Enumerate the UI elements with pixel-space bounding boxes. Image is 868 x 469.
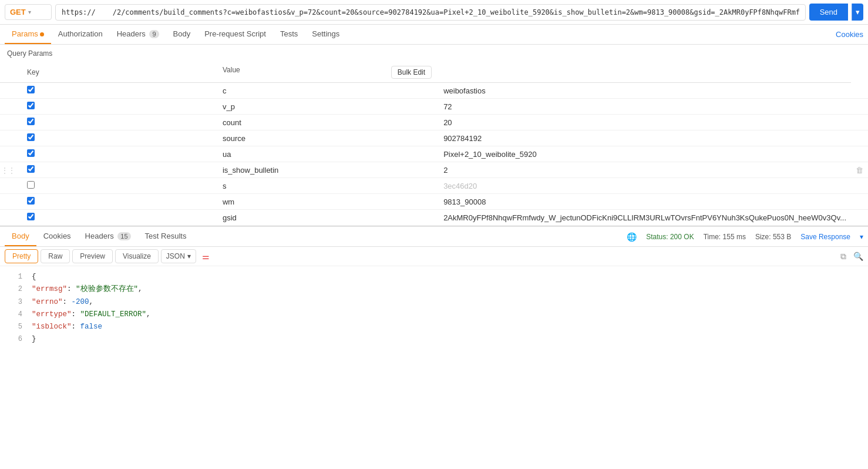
line-content: { (32, 271, 36, 283)
table-row: ⋮⋮is_show_bulletin2🗑 (0, 162, 868, 178)
param-key: ua (218, 146, 439, 162)
col-value-header: Value Bulk Edit (218, 62, 439, 83)
param-key: v_p (218, 99, 439, 115)
code-line: 5 "isblock": false (0, 321, 868, 333)
response-size: Size: 553 B (755, 233, 791, 241)
send-button[interactable]: Send (809, 4, 848, 21)
tab-tests[interactable]: Tests (273, 25, 305, 44)
line-number: 2 (5, 283, 22, 296)
format-bar: Pretty Raw Preview Visualize JSON ▾ ⚌ ⧉ … (0, 247, 868, 266)
table-row: cweibofastios (0, 83, 868, 99)
delete-row-icon[interactable]: 🗑 (856, 166, 863, 175)
resp-tab-body[interactable]: Body (5, 227, 36, 246)
copy-icon[interactable]: ⧉ (840, 252, 846, 262)
param-value: 20 (439, 115, 851, 130)
format-visualize[interactable]: Visualize (115, 249, 159, 263)
line-number: 6 (5, 333, 22, 346)
param-checkbox[interactable] (27, 197, 35, 205)
param-checkbox[interactable] (27, 102, 35, 109)
param-key: is_show_bulletin (218, 162, 439, 178)
tab-body[interactable]: Body (166, 25, 198, 44)
line-number: 1 (5, 271, 22, 283)
param-checkbox[interactable] (27, 213, 35, 220)
format-preview[interactable]: Preview (72, 249, 113, 263)
table-row: uaPixel+2_10_weibolite_5920 (0, 146, 868, 162)
line-number: 4 (5, 309, 22, 321)
table-row: gsid2AkMR0yFPf8NhqwFRmfwdy_W_jectunODFic… (0, 210, 868, 226)
globe-icon: 🌐 (627, 232, 637, 242)
resp-tab-cookies[interactable]: Cookies (36, 227, 78, 246)
param-checkbox[interactable] (27, 133, 35, 141)
status-info: 🌐 Status: 200 OK Time: 155 ms Size: 553 … (627, 232, 863, 242)
table-row: wm9813_90008 (0, 194, 868, 210)
save-response-button[interactable]: Save Response (800, 233, 850, 241)
drag-handle-icon[interactable]: ⋮⋮ (1, 166, 18, 175)
tab-params[interactable]: Params (5, 25, 51, 44)
tab-headers[interactable]: Headers 9 (110, 25, 166, 44)
method-chevron-icon: ▾ (28, 9, 31, 15)
param-key: gsid (218, 210, 439, 226)
save-dropdown-icon[interactable]: ▾ (860, 233, 863, 241)
table-row: s3ec46d20 (0, 178, 868, 194)
response-section: Body Cookies Headers 15 Test Results 🌐 S… (0, 226, 868, 351)
top-bar: GET ▾ Send ▾ (0, 0, 868, 25)
code-line: 3 "errno": -200, (0, 296, 868, 309)
table-row: source902784192 (0, 130, 868, 146)
filter-icon[interactable]: ⚌ (202, 252, 210, 261)
param-value: 2AkMR0yFPf8NhqwFRmfwdy_W_jectunODFicKni9… (439, 210, 851, 226)
response-body: 1{2 "errmsg": "校验参数不存在",3 "errno": -200,… (0, 266, 868, 351)
send-dropdown-button[interactable]: ▾ (852, 4, 863, 21)
json-chevron-icon: ▾ (187, 252, 191, 260)
param-checkbox[interactable] (27, 181, 35, 189)
line-content: "errmsg": "校验参数不存在", (32, 283, 143, 296)
bulk-edit-button[interactable]: Bulk Edit (391, 66, 432, 79)
headers-badge: 9 (149, 30, 159, 38)
param-key: s (218, 178, 439, 194)
method-label: GET (10, 8, 26, 16)
code-line: 4 "errtype": "DEFAULT_ERROR", (0, 309, 868, 321)
json-format-label: JSON (166, 252, 185, 260)
tab-authorization[interactable]: Authorization (51, 25, 110, 44)
param-value: 902784192 (439, 130, 851, 146)
param-value: 72 (439, 99, 851, 115)
format-raw[interactable]: Raw (41, 249, 70, 263)
col-key-header: Key (22, 62, 218, 83)
param-key: wm (218, 194, 439, 210)
code-line: 6} (0, 333, 868, 346)
params-table: Key Value Bulk Edit cweibofastiosv_p72co… (0, 62, 868, 226)
table-row: v_p72 (0, 99, 868, 115)
param-checkbox[interactable] (27, 149, 35, 157)
line-number: 5 (5, 321, 22, 333)
code-line: 1{ (0, 271, 868, 283)
resp-tab-test-results[interactable]: Test Results (138, 227, 194, 246)
status-badge: Status: 200 OK (646, 233, 694, 241)
tab-settings[interactable]: Settings (305, 25, 346, 44)
line-content: "isblock": false (32, 321, 102, 333)
param-value: 2 (439, 162, 851, 178)
response-time: Time: 155 ms (704, 233, 746, 241)
response-tabs-bar: Body Cookies Headers 15 Test Results 🌐 S… (0, 227, 868, 247)
resp-headers-badge: 15 (117, 232, 130, 240)
param-value: weibofastios (439, 83, 851, 99)
search-icon[interactable]: 🔍 (853, 252, 863, 261)
url-input[interactable] (55, 4, 806, 21)
param-key: count (218, 115, 439, 130)
line-content: } (32, 333, 36, 346)
param-checkbox[interactable] (27, 165, 35, 173)
line-content: "errtype": "DEFAULT_ERROR", (32, 309, 151, 321)
cookies-link[interactable]: Cookies (836, 25, 863, 43)
param-key: c (218, 83, 439, 99)
param-value: 3ec46d20 (439, 178, 851, 194)
query-params-label: Query Params (0, 45, 868, 62)
tab-pre-request-script[interactable]: Pre-request Script (197, 25, 273, 44)
param-value: 9813_90008 (439, 194, 851, 210)
method-select[interactable]: GET ▾ (5, 4, 52, 20)
param-key: source (218, 130, 439, 146)
table-row: count20 (0, 115, 868, 130)
format-pretty[interactable]: Pretty (5, 249, 38, 263)
param-checkbox[interactable] (27, 118, 35, 125)
json-format-select[interactable]: JSON ▾ (161, 249, 196, 263)
param-checkbox[interactable] (27, 86, 35, 93)
resp-tab-headers[interactable]: Headers 15 (78, 227, 138, 246)
line-content: "errno": -200, (32, 296, 93, 309)
